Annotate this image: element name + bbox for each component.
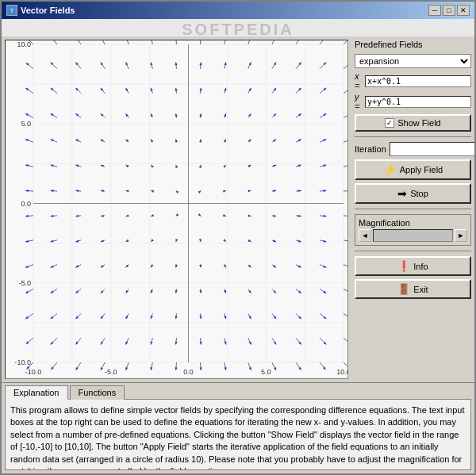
close-button[interactable]: ✕ [457,5,470,16]
window-title: Vector Fields [21,6,75,15]
divider-3 [355,251,471,251]
magnification-slider: ◄ ► [359,229,467,242]
x-label: x = [355,71,363,90]
stop-button[interactable]: ➡ Stop [355,183,471,204]
mag-track [373,229,453,242]
explanation-text: This program allows to define simple vec… [10,405,465,470]
predefined-label: Predefined Fields [355,40,471,49]
apply-button[interactable]: ⚡ Apply Field [355,159,471,180]
y-label: y = [355,92,363,111]
predefined-select[interactable]: expansion rotation saddle custom [355,54,471,68]
main-window: T Vector Fields ─ □ ✕ SOFTPEDIA Predefin… [0,0,476,475]
exit-icon: 🚪 [397,283,410,295]
stop-label: Stop [410,189,428,198]
y-equation-row: y = [355,92,471,111]
y-equation-input[interactable] [365,96,471,108]
apply-label: Apply Field [400,165,443,174]
mag-left-arrow[interactable]: ◄ [359,229,371,242]
stop-icon: ➡ [397,187,407,200]
magnification-section: Magnification ◄ ► [355,214,471,246]
tab-functions[interactable]: Functions [70,385,125,400]
bottom-section: Explanation Functions This program allow… [2,382,474,473]
right-panel: Predefined Fields expansion rotation sad… [351,36,474,382]
title-buttons: ─ □ ✕ [428,5,470,16]
info-icon: ❗ [397,260,410,272]
tabs-row: Explanation Functions [2,383,474,399]
iteration-input[interactable] [390,142,474,156]
exit-button[interactable]: 🚪 Exit [355,279,471,299]
checkbox-icon: ✓ [385,118,394,128]
main-content: Predefined Fields expansion rotation sad… [2,36,474,382]
title-bar-left: T Vector Fields [6,5,75,16]
info-label: Info [413,262,428,271]
vector-field-canvas [6,40,347,378]
vector-field-area [5,40,348,379]
maximize-button[interactable]: □ [443,5,455,16]
tab-explanation-content: This program allows to define simple vec… [5,399,471,470]
exit-label: Exit [413,285,428,294]
magnification-label: Magnification [359,218,467,228]
iteration-label: Iteration [355,144,386,154]
tab-explanation[interactable]: Explanation [5,385,68,400]
divider-2 [355,209,471,209]
mag-right-arrow[interactable]: ► [455,229,467,242]
info-button[interactable]: ❗ Info [355,256,471,276]
iteration-row: Iteration [355,142,471,156]
x-equation-row: x = [355,71,471,90]
app-icon: T [6,5,17,16]
divider-1 [355,136,471,137]
title-bar: T Vector Fields ─ □ ✕ [2,2,474,19]
show-field-button[interactable]: ✓ Show Field [355,114,471,132]
minimize-button[interactable]: ─ [428,5,441,16]
x-equation-input[interactable] [365,75,471,87]
apply-icon: ⚡ [383,163,397,176]
equations-group: x = y = [355,71,471,111]
watermark: SOFTPEDIA [2,19,474,36]
show-field-label: Show Field [397,118,440,128]
